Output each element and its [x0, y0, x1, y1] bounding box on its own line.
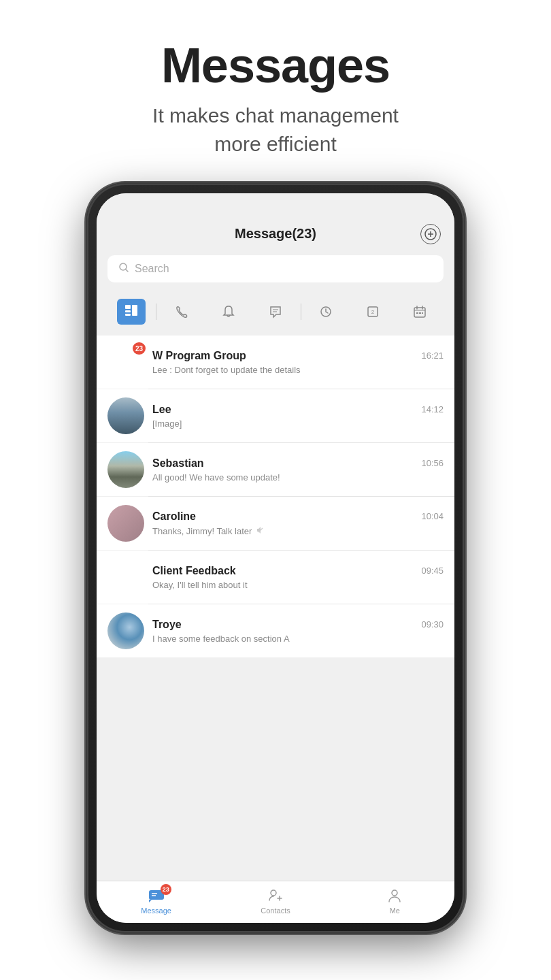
search-input-placeholder: Search — [135, 263, 169, 275]
list-item[interactable]: 23 W Program Group 16:21 Lee : Dont forg… — [97, 336, 454, 389]
svg-text:2: 2 — [371, 309, 375, 315]
message-preview: All good! We have some update! — [152, 472, 444, 483]
toolbar-sep-2 — [301, 304, 301, 320]
svg-rect-6 — [125, 310, 131, 312]
page-header: Messages It makes chat managementmore ef… — [0, 0, 551, 159]
avatar — [107, 505, 144, 542]
avatar-wrap: 23 — [107, 344, 144, 380]
all-messages-tab[interactable] — [107, 293, 154, 330]
task-tab[interactable]: 2 — [350, 299, 397, 325]
list-item[interactable]: Sebastian 10:56 All good! We have some u… — [97, 443, 454, 496]
list-item[interactable]: Client Feedback 09:45 Okay, I'll tell hi… — [97, 551, 454, 604]
icon-toolbar: 2 — [97, 291, 454, 336]
phone-frame: Message(23) Search — [87, 184, 464, 932]
message-list: 23 W Program Group 16:21 Lee : Dont forg… — [97, 336, 454, 881]
svg-line-4 — [126, 270, 128, 272]
message-content: Troye 09:30 I have some feedback on sect… — [152, 619, 444, 644]
message-preview: Okay, I'll tell him about it — [152, 580, 444, 590]
message-content: Lee 14:12 [Image] — [152, 404, 444, 429]
svg-rect-8 — [132, 305, 137, 316]
svg-point-28 — [392, 890, 397, 896]
contacts-nav-icon — [267, 887, 284, 904]
message-time: 14:12 — [421, 404, 444, 414]
search-icon — [118, 262, 129, 276]
avatar — [107, 559, 144, 595]
message-content: Caroline 10:04 Thanks, Jimmy! Talk later — [152, 510, 444, 537]
call-tab[interactable] — [158, 299, 205, 325]
message-header: Caroline 10:04 — [152, 510, 444, 523]
nav-message-badge: 23 — [161, 884, 171, 895]
nav-item-message[interactable]: 23 Message — [97, 887, 216, 915]
sender-name: Sebastian — [152, 457, 204, 470]
message-header: Troye 09:30 — [152, 619, 444, 631]
page-subtitle: It makes chat managementmore efficient — [0, 101, 551, 159]
list-item[interactable]: Lee 14:12 [Image] — [97, 389, 454, 442]
message-content: Client Feedback 09:45 Okay, I'll tell hi… — [152, 565, 444, 590]
message-preview: Thanks, Jimmy! Talk later — [152, 525, 444, 537]
message-time: 10:04 — [421, 511, 444, 521]
notification-tab[interactable] — [205, 299, 252, 325]
toolbar-sep-1 — [156, 304, 156, 320]
add-button[interactable] — [420, 224, 441, 244]
message-preview: I have some feedback on section A — [152, 634, 444, 644]
sender-name: Caroline — [152, 510, 196, 523]
message-header: Sebastian 10:56 — [152, 457, 444, 470]
svg-rect-5 — [125, 305, 131, 309]
svg-rect-19 — [419, 312, 421, 314]
sender-name: Lee — [152, 404, 171, 416]
nav-label-contacts: Contacts — [261, 906, 290, 915]
page-title: Messages — [0, 37, 551, 93]
avatar — [107, 397, 144, 434]
message-content: W Program Group 16:21 Lee : Dont forget … — [152, 350, 444, 375]
nav-item-contacts[interactable]: Contacts — [216, 887, 335, 915]
svg-rect-18 — [416, 312, 418, 314]
svg-point-25 — [271, 890, 276, 896]
message-header: Lee 14:12 — [152, 404, 444, 416]
avatar — [107, 451, 144, 488]
message-header: Client Feedback 09:45 — [152, 565, 444, 577]
message-header: W Program Group 16:21 — [152, 350, 444, 362]
avatar-wrap — [107, 397, 144, 434]
mute-icon — [256, 525, 265, 537]
message-time: 16:21 — [421, 350, 444, 361]
sender-name: Client Feedback — [152, 565, 236, 577]
message-time: 10:56 — [421, 458, 444, 468]
svg-rect-7 — [125, 314, 131, 316]
chat-tab[interactable] — [252, 299, 299, 325]
nav-label-message: Message — [141, 906, 171, 915]
sender-name: W Program Group — [152, 350, 246, 362]
message-time: 09:30 — [421, 619, 444, 630]
list-item[interactable]: Troye 09:30 I have some feedback on sect… — [97, 604, 454, 657]
avatar — [107, 612, 144, 649]
list-item[interactable]: Caroline 10:04 Thanks, Jimmy! Talk later — [97, 497, 454, 550]
message-preview: [Image] — [152, 419, 444, 429]
recent-tab[interactable] — [303, 299, 350, 325]
app-header: Message(23) — [97, 220, 454, 250]
avatar-wrap — [107, 559, 144, 595]
search-container: Search — [97, 250, 454, 291]
message-time: 09:45 — [421, 566, 444, 576]
svg-rect-20 — [422, 312, 423, 314]
message-content: Sebastian 10:56 All good! We have some u… — [152, 457, 444, 483]
phone-screen: Message(23) Search — [97, 193, 454, 923]
bottom-nav: 23 Message Contacts — [97, 881, 454, 923]
search-bar[interactable]: Search — [107, 255, 444, 282]
avatar-wrap — [107, 505, 144, 542]
calendar-tab[interactable] — [397, 299, 444, 325]
nav-item-me[interactable]: Me — [335, 887, 454, 915]
status-bar — [97, 193, 454, 220]
avatar-wrap — [107, 612, 144, 649]
avatar-wrap — [107, 451, 144, 488]
nav-label-me: Me — [390, 906, 400, 915]
sender-name: Troye — [152, 619, 182, 631]
me-nav-icon — [386, 887, 403, 904]
preview-text: Thanks, Jimmy! Talk later — [152, 526, 252, 536]
unread-badge: 23 — [133, 342, 146, 355]
message-preview: Lee : Dont forget to update the details — [152, 365, 444, 375]
app-title: Message(23) — [235, 226, 316, 242]
